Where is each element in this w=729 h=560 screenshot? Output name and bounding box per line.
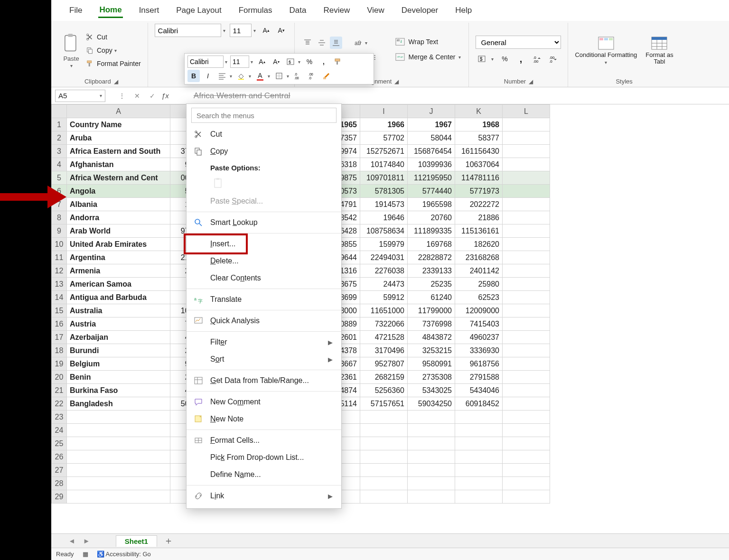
cell[interactable] (503, 317, 550, 331)
wrap-text-button[interactable]: ab Wrap Text (395, 37, 462, 46)
cell[interactable] (408, 477, 455, 490)
cell[interactable]: 152752671 (360, 145, 408, 158)
tab-home[interactable]: Home (98, 3, 122, 18)
cell[interactable] (503, 251, 550, 264)
cell[interactable]: 4843872 (408, 331, 455, 344)
cell[interactable]: Burkina Faso (67, 384, 170, 397)
row-header[interactable]: 21 (52, 384, 67, 397)
mini-increase-font-icon[interactable]: A▴ (256, 56, 268, 68)
cell[interactable]: 7415403 (455, 317, 503, 331)
cell[interactable]: Antigua and Barbuda (67, 291, 170, 304)
cell[interactable]: 156876454 (408, 145, 455, 158)
mini-fill-color-icon[interactable] (235, 70, 247, 82)
ctx-get-data[interactable]: Get Data from Table/Range... (187, 372, 341, 389)
cell[interactable]: 21886 (455, 211, 503, 224)
cell[interactable]: American Samoa (67, 278, 170, 291)
col-header-j[interactable]: J (408, 105, 455, 118)
comma-icon[interactable]: , (514, 53, 527, 65)
cell[interactable]: 1965598 (408, 198, 455, 211)
cell[interactable] (67, 490, 170, 504)
cell[interactable]: 22494031 (360, 251, 408, 264)
cancel-formula-icon[interactable]: ✕ (131, 90, 143, 102)
cell[interactable]: 7322066 (360, 317, 408, 331)
cell[interactable] (503, 437, 550, 450)
col-header-a[interactable]: A (67, 105, 170, 118)
cell[interactable]: United Arab Emirates (67, 238, 170, 251)
cell[interactable] (503, 490, 550, 504)
cell[interactable] (503, 304, 550, 317)
cell[interactable] (503, 211, 550, 224)
mini-font-name[interactable] (187, 56, 224, 68)
cell[interactable]: 9580991 (408, 357, 455, 371)
row-header[interactable]: 10 (52, 238, 67, 251)
cell[interactable] (455, 477, 503, 490)
cell[interactable]: 22828872 (408, 251, 455, 264)
tab-review[interactable]: Review (322, 4, 351, 17)
row-header[interactable]: 14 (52, 291, 67, 304)
tab-help[interactable]: Help (454, 4, 473, 17)
cell[interactable]: Africa Eastern and South (67, 145, 170, 158)
cell[interactable]: Albania (67, 198, 170, 211)
macro-record-icon[interactable]: ▦ (83, 551, 88, 558)
ctx-cut[interactable]: Cut (187, 126, 341, 143)
cell[interactable] (360, 437, 408, 450)
cell[interactable] (408, 437, 455, 450)
cell[interactable] (503, 331, 550, 344)
cell[interactable] (503, 185, 550, 198)
font-name-dd[interactable]: ▾ (222, 24, 227, 37)
cell[interactable] (408, 490, 455, 504)
format-as-table-button[interactable]: Format asTabl (645, 36, 673, 65)
cell[interactable]: 19646 (360, 211, 408, 224)
ctx-define-name[interactable]: Define Name... (187, 466, 341, 483)
font-size-input[interactable] (230, 24, 252, 37)
mini-comma-icon[interactable]: , (318, 56, 330, 68)
number-format-select[interactable]: General (476, 36, 561, 49)
cell[interactable]: 5781305 (360, 185, 408, 198)
row-header[interactable]: 15 (52, 304, 67, 317)
cell[interactable]: Belgium (67, 357, 170, 371)
copy-button[interactable]: Copy▾ (85, 44, 141, 56)
cell[interactable]: Azerbaijan (67, 331, 170, 344)
cell[interactable]: 5343025 (408, 384, 455, 397)
row-header[interactable]: 5 (52, 171, 67, 185)
mini-font-size[interactable] (230, 56, 249, 68)
ctx-new-note[interactable]: New Note (187, 411, 341, 428)
row-header[interactable]: 23 (52, 411, 67, 424)
cell[interactable]: 3253215 (408, 344, 455, 357)
cell[interactable] (503, 397, 550, 411)
cell[interactable] (455, 437, 503, 450)
cell[interactable]: 2401142 (455, 264, 503, 278)
col-header-k[interactable]: K (455, 105, 503, 118)
cell[interactable]: 2735308 (408, 371, 455, 384)
cell[interactable]: 108758634 (360, 224, 408, 238)
cell[interactable] (503, 411, 550, 424)
mini-clear-format-icon[interactable] (320, 70, 333, 82)
row-header[interactable]: 16 (52, 317, 67, 331)
cell[interactable] (67, 411, 170, 424)
cell[interactable] (503, 171, 550, 185)
tab-insert[interactable]: Insert (138, 4, 160, 17)
ctx-insert[interactable]: Insert... (187, 235, 341, 252)
decrease-font-icon[interactable]: A▾ (275, 24, 288, 37)
cell[interactable]: 182620 (455, 238, 503, 251)
cell[interactable] (503, 384, 550, 397)
cell[interactable]: 61240 (408, 291, 455, 304)
cell[interactable]: Aruba (67, 131, 170, 145)
cell[interactable]: 2682159 (360, 371, 408, 384)
cell[interactable] (503, 424, 550, 437)
cell[interactable]: 24473 (360, 278, 408, 291)
mini-accounting-icon[interactable]: $ (284, 56, 297, 68)
tab-data[interactable]: Data (289, 4, 308, 17)
tab-page-layout[interactable]: Page Layout (175, 4, 222, 17)
cell[interactable] (455, 450, 503, 464)
ctx-quick-analysis[interactable]: Quick Analysis (187, 312, 341, 329)
cell[interactable] (360, 477, 408, 490)
context-menu-search[interactable] (191, 108, 336, 123)
cell[interactable]: 9527807 (360, 357, 408, 371)
cell[interactable]: 112195950 (408, 171, 455, 185)
cell[interactable]: Bangladesh (67, 397, 170, 411)
row-header[interactable]: 27 (52, 464, 67, 477)
cell[interactable]: Afghanistan (67, 158, 170, 171)
row-header[interactable]: 1 (52, 118, 67, 131)
cell[interactable] (360, 424, 408, 437)
